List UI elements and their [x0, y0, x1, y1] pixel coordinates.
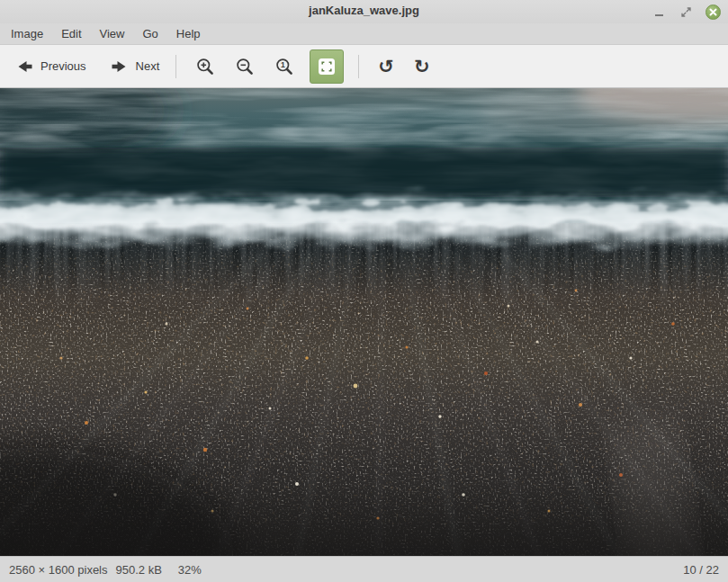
window-title: janKaluza_wave.jpg	[0, 0, 728, 23]
menu-bar: Image Edit View Go Help	[0, 23, 728, 45]
menu-view[interactable]: View	[91, 23, 134, 44]
image-viewer-window: janKaluza_wave.jpg Image Edit View Go He…	[0, 0, 728, 582]
svg-text:1: 1	[281, 60, 285, 69]
fit-to-window-icon	[316, 56, 337, 77]
toolbar: Previous Next	[0, 45, 728, 88]
restore-icon	[679, 5, 693, 19]
rotate-right-button[interactable]: ↻	[409, 51, 436, 82]
file-size: 950.2 kB	[116, 563, 162, 577]
previous-button[interactable]: Previous	[7, 51, 94, 82]
arrow-right-icon	[110, 57, 130, 76]
image-index: 10 / 22	[683, 563, 719, 577]
image-dimensions: 2560 × 1600 pixels	[9, 563, 108, 577]
magnifier-plus-icon	[195, 57, 215, 76]
previous-label: Previous	[40, 59, 86, 73]
rotate-clockwise-icon: ↻	[414, 57, 430, 76]
menu-help[interactable]: Help	[167, 23, 210, 44]
next-label: Next	[136, 59, 160, 73]
menu-go[interactable]: Go	[134, 23, 167, 44]
title-bar: janKaluza_wave.jpg	[0, 0, 728, 23]
zoom-in-button[interactable]	[190, 51, 220, 82]
magnifier-minus-icon	[235, 57, 255, 76]
status-bar: 2560 × 1600 pixels 950.2 kB 32% 10 / 22	[0, 556, 728, 582]
image-viewport	[0, 88, 728, 556]
zoom-normal-button[interactable]: 1	[269, 51, 300, 82]
magnifier-1-icon: 1	[274, 57, 294, 76]
menu-image[interactable]: Image	[2, 23, 52, 44]
photo-wave-on-beach	[0, 88, 728, 556]
zoom-level: 32%	[178, 563, 202, 577]
restore-button[interactable]	[679, 4, 694, 20]
close-button[interactable]	[706, 4, 721, 20]
arrow-left-icon	[14, 57, 34, 76]
best-fit-button[interactable]	[310, 49, 344, 84]
toolbar-separator	[175, 55, 176, 78]
zoom-out-button[interactable]	[229, 51, 260, 82]
minimize-button[interactable]	[652, 4, 667, 20]
next-button[interactable]: Next	[103, 51, 167, 82]
menu-edit[interactable]: Edit	[52, 23, 90, 44]
minimize-icon	[655, 14, 663, 16]
rotate-counterclockwise-icon: ↺	[378, 57, 394, 76]
window-controls	[652, 0, 721, 23]
toolbar-separator	[358, 55, 359, 78]
close-icon	[709, 8, 717, 16]
rotate-left-button[interactable]: ↺	[373, 51, 400, 82]
